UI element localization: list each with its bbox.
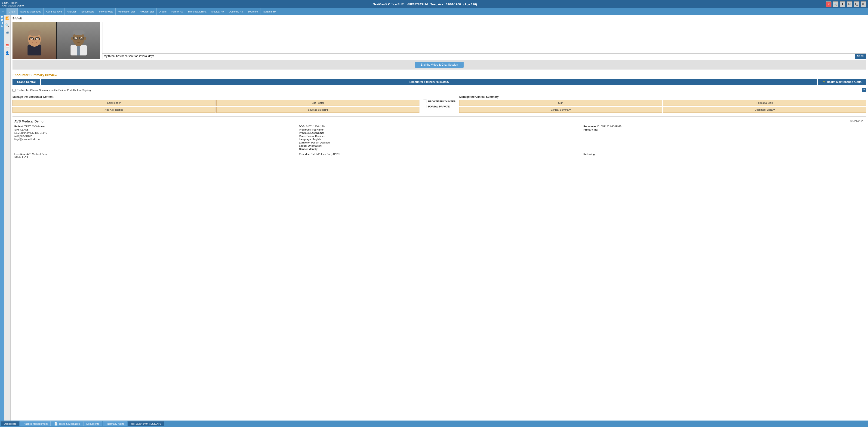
patient-age-header: (Age 120) (463, 3, 477, 6)
tab-obstetric-hx[interactable]: Obstetric Hx (226, 8, 245, 15)
end-session-button[interactable]: End the Video & Chat Session (415, 62, 463, 68)
tab-problem-list[interactable]: Problem List (137, 8, 156, 15)
encounter-summary: Encounter Summary Preview Grand Central … (11, 71, 868, 164)
person-icon[interactable]: 👤 (5, 51, 10, 56)
svg-point-18 (84, 37, 86, 40)
location-value: AVS Medical Demo (26, 153, 48, 156)
tab-chart[interactable]: Chart (6, 8, 18, 15)
window-controls: ✕ 🔍 ⬇ ☑ 📞 ⊞ (826, 1, 866, 7)
tab-social-hx[interactable]: Social Hx (245, 8, 261, 15)
phone-btn[interactable]: 📞 (854, 1, 859, 7)
save-as-blueprint-button[interactable]: Save as Blueprint (216, 107, 420, 113)
provider-col: Provider: PMHNP Jack Doe, APRN (299, 153, 580, 159)
prev-last-name-field: Previous Last Name: (299, 131, 580, 134)
sidebar-letter-s: S (0, 16, 4, 18)
tab-flow-sheets[interactable]: Flow Sheets (97, 8, 116, 15)
title-bar: Smith, Robert AVS Medical Demo NextGen® … (0, 0, 868, 8)
portal-private-label: PORTAL PRIVATE (428, 105, 450, 108)
tab-medication-list[interactable]: Medication List (116, 8, 137, 15)
manage-encounter-section: Manage the Encounter Content Edit Header… (12, 95, 420, 113)
manage-clinical-section: Manage the Clinical Summary Sign Format … (459, 95, 866, 113)
grid-btn[interactable]: ⊞ (861, 1, 866, 7)
provider-label: Provider: (299, 153, 310, 156)
manage-clinical-title: Manage the Clinical Summary (459, 95, 866, 98)
chat-input[interactable] (102, 54, 855, 59)
portal-enable-row: Enable this Clinical Summary on the Pati… (12, 87, 866, 93)
sidebar-letters: S O A P (0, 15, 4, 421)
dob-label: DOB: (299, 125, 305, 128)
gender-identity-field: Gender Identity: (299, 147, 580, 151)
privacy-checkboxes: PRIVATE ENCOUNTER PORTAL PRIVATE (423, 100, 456, 108)
svg-point-11 (34, 40, 35, 41)
portal-enable-checkbox[interactable] (12, 89, 16, 92)
tab-medical-hx[interactable]: Medical Hx (209, 8, 226, 15)
clinical-buttons: Sign Format & Sign Clinical Summary Docu… (459, 100, 866, 113)
tab-encounters[interactable]: Encounters (79, 8, 97, 15)
referring-field: Referring: (583, 153, 864, 156)
patient-name-field: Patient: TEST, AVS (Male) (14, 125, 295, 128)
private-encounter-checkbox[interactable] (423, 100, 427, 103)
language-label: Language: (299, 138, 312, 141)
gender-identity-label: Gender Identity: (299, 147, 318, 151)
tab-surgical-hx[interactable]: Surgical Hx (261, 8, 279, 15)
video-area (12, 22, 100, 59)
video-doctor (57, 22, 100, 59)
doctor-avatar-svg (67, 25, 90, 56)
app-name: NextGen® Office EHR (373, 3, 404, 6)
location-provider-row: Location: AVS Medical Demo 999 N RIOS Pr… (14, 153, 864, 159)
edit-header-button[interactable]: Edit Header (12, 100, 216, 106)
tab-orders[interactable]: Orders (157, 8, 169, 15)
add-all-histories-button[interactable]: Add All Histories (12, 107, 216, 113)
download-btn[interactable]: ⬇ (840, 1, 845, 7)
sexual-orient-label: Sexual Orientation: (299, 144, 322, 147)
sign-button[interactable]: Sign (459, 100, 662, 106)
wifi-icon[interactable]: 📶 (5, 16, 10, 21)
location-label: Location: (14, 153, 26, 156)
help-button[interactable]: ? (862, 88, 866, 92)
close-btn[interactable]: ✕ (826, 1, 832, 7)
encounter-number-button[interactable]: Encounter # 052120-99341925 (41, 79, 817, 85)
dob-field: DOB: 01/01/1900 (120) (299, 125, 580, 128)
edit-footer-button[interactable]: Edit Footer (216, 100, 420, 106)
format-sign-button[interactable]: Format & Sign (663, 100, 866, 106)
language-field: Language: English (299, 138, 580, 141)
sidebar-letter-o: O (0, 19, 4, 22)
print-icon[interactable]: 🖨 (5, 30, 10, 35)
race-value: Patient Declined (307, 135, 325, 137)
manage-sections-row: Manage the Encounter Content Edit Header… (12, 95, 866, 113)
ethnicity-field: Ethnicity: Patient Declined (299, 141, 580, 144)
tab-tasks[interactable]: Tasks & Messages (18, 8, 44, 15)
private-encounter-label: PRIVATE ENCOUNTER (428, 100, 456, 103)
patient-info-header: AVS Medical Demo 05/21/2020 (14, 120, 864, 123)
grand-central-button[interactable]: Grand Central (12, 79, 40, 85)
tab-family-hx[interactable]: Family Hx (169, 8, 185, 15)
patient-name-header: Test, Avs (430, 3, 443, 6)
location-address-field: 999 N RIOS (14, 156, 295, 159)
document-library-button[interactable]: Document Library (663, 107, 866, 113)
race-field: Race: Patient Declined (299, 135, 580, 137)
tab-administrative[interactable]: Administrative (44, 8, 64, 15)
send-button[interactable]: Send (855, 54, 866, 59)
list-icon[interactable]: ☰ (5, 36, 10, 42)
clinical-summary-button[interactable]: Clinical Summary (459, 107, 662, 113)
search-sidebar-icon[interactable]: 🔍 (5, 23, 10, 28)
tab-immunization-hx[interactable]: Immunization Hx (185, 8, 209, 15)
svg-point-7 (37, 38, 38, 39)
check-btn[interactable]: ☑ (847, 1, 852, 7)
portal-private-row: PORTAL PRIVATE (423, 105, 456, 108)
patient-demographics-col: DOB: 01/01/1900 (120) Previous First Nam… (299, 125, 580, 151)
patient-encounter-col: Encounter ID: 052120-99341925 Primary In… (583, 125, 864, 151)
calendar-icon[interactable]: 📅 (5, 43, 10, 48)
health-alerts-button[interactable]: ⚠ Health Maintenance Alerts (818, 79, 866, 85)
practice-display-name: AVS Medical Demo (14, 120, 43, 123)
tab-allergies[interactable]: Allergies (64, 8, 79, 15)
primary-ins-field: Primary Ins: (583, 128, 864, 131)
sidebar-letter-a: A (0, 22, 4, 24)
search-btn[interactable]: 🔍 (833, 1, 838, 7)
nav-back-button[interactable]: ← (1, 9, 5, 13)
referring-label: Referring: (583, 153, 596, 156)
svg-point-21 (75, 38, 76, 39)
evisit-title: E-Visit (12, 17, 866, 20)
portal-private-checkbox[interactable] (423, 105, 427, 108)
provider-value: PMHNP Jack Doe, APRN (311, 153, 340, 156)
